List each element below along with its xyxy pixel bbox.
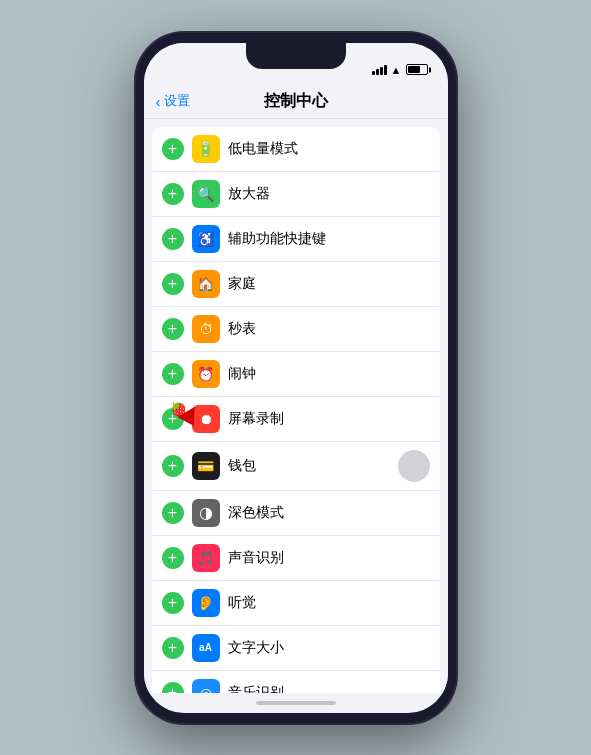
items-list: + 🔋 低电量模式 + 🔍 放大器 + ♿ 辅助功能快捷键 <box>152 127 440 693</box>
list-item: + 🔋 低电量模式 <box>152 127 440 172</box>
list-item: + ◎ 音乐识别 <box>152 671 440 693</box>
dark-mode-icon: ◑ <box>192 499 220 527</box>
signal-bar-4 <box>384 65 387 75</box>
signal-bar-1 <box>372 71 375 75</box>
item-label-2: 放大器 <box>228 185 430 203</box>
list-item: + ◑ 深色模式 <box>152 491 440 536</box>
item-label-4: 家庭 <box>228 275 430 293</box>
item-label-5: 秒表 <box>228 320 430 338</box>
item-label-1: 低电量模式 <box>228 140 430 158</box>
status-icons: ▲ <box>372 64 428 76</box>
add-button-4[interactable]: + <box>162 273 184 295</box>
stopwatch-icon: ⏱ <box>192 315 220 343</box>
sound-recognition-icon: 🎵 <box>192 544 220 572</box>
chevron-left-icon: ‹ <box>156 93 161 110</box>
hearing-icon: 👂 <box>192 589 220 617</box>
signal-bars-icon <box>372 65 387 75</box>
home-bar <box>256 701 336 705</box>
battery-fill <box>408 66 421 73</box>
list-item: + ⏺ 屏幕录制 🍓 <box>152 397 440 442</box>
list-item: + ⏰ 闹钟 <box>152 352 440 397</box>
shazam-icon: ◎ <box>192 679 220 693</box>
list-item: + ♿ 辅助功能快捷键 <box>152 217 440 262</box>
list-item: + 🔍 放大器 <box>152 172 440 217</box>
list-item: + 🎵 声音识别 <box>152 536 440 581</box>
add-button-8[interactable]: + <box>162 455 184 477</box>
list-item: + 💳 钱包 <box>152 442 440 491</box>
list-item: + 🏠 家庭 <box>152 262 440 307</box>
back-button[interactable]: ‹ 设置 <box>156 92 190 110</box>
list-item: + aA 文字大小 <box>152 626 440 671</box>
list-item: + 👂 听觉 <box>152 581 440 626</box>
item-label-9: 深色模式 <box>228 504 430 522</box>
toggle-circle[interactable] <box>398 450 430 482</box>
page-title: 控制中心 <box>264 91 328 112</box>
alarm-icon: ⏰ <box>192 360 220 388</box>
item-label-11: 听觉 <box>228 594 430 612</box>
nav-bar: ‹ 设置 控制中心 <box>144 87 448 119</box>
phone-frame: 10:08 ▲ ‹ 设置 控制中心 <box>136 33 456 723</box>
phone-screen: 10:08 ▲ ‹ 设置 控制中心 <box>144 43 448 713</box>
item-label-8: 钱包 <box>228 457 398 475</box>
home-icon: 🏠 <box>192 270 220 298</box>
battery-icon <box>406 64 428 75</box>
low-battery-icon: 🔋 <box>192 135 220 163</box>
item-label-13: 音乐识别 <box>228 684 430 693</box>
text-size-icon: aA <box>192 634 220 662</box>
signal-bar-3 <box>380 67 383 75</box>
accessibility-icon: ♿ <box>192 225 220 253</box>
home-indicator <box>144 693 448 713</box>
add-button-6[interactable]: + <box>162 363 184 385</box>
wallet-icon: 💳 <box>192 452 220 480</box>
item-label-10: 声音识别 <box>228 549 430 567</box>
item-label-7: 屏幕录制 <box>228 410 430 428</box>
add-button-13[interactable]: + <box>162 682 184 693</box>
list-item: + ⏱ 秒表 <box>152 307 440 352</box>
wifi-icon: ▲ <box>391 64 402 76</box>
add-button-12[interactable]: + <box>162 637 184 659</box>
item-label-12: 文字大小 <box>228 639 430 657</box>
content-area: + 🔋 低电量模式 + 🔍 放大器 + ♿ 辅助功能快捷键 <box>144 119 448 693</box>
item-label-6: 闹钟 <box>228 365 430 383</box>
screen-record-icon: ⏺ <box>192 405 220 433</box>
add-button-9[interactable]: + <box>162 502 184 524</box>
add-button-11[interactable]: + <box>162 592 184 614</box>
signal-bar-2 <box>376 69 379 75</box>
add-button-2[interactable]: + <box>162 183 184 205</box>
back-label: 设置 <box>164 92 190 110</box>
add-button-10[interactable]: + <box>162 547 184 569</box>
item-label-3: 辅助功能快捷键 <box>228 230 430 248</box>
add-button-7[interactable]: + <box>162 408 184 430</box>
add-button-5[interactable]: + <box>162 318 184 340</box>
add-button-1[interactable]: + <box>162 138 184 160</box>
magnifier-icon: 🔍 <box>192 180 220 208</box>
add-button-3[interactable]: + <box>162 228 184 250</box>
notch <box>246 43 346 69</box>
